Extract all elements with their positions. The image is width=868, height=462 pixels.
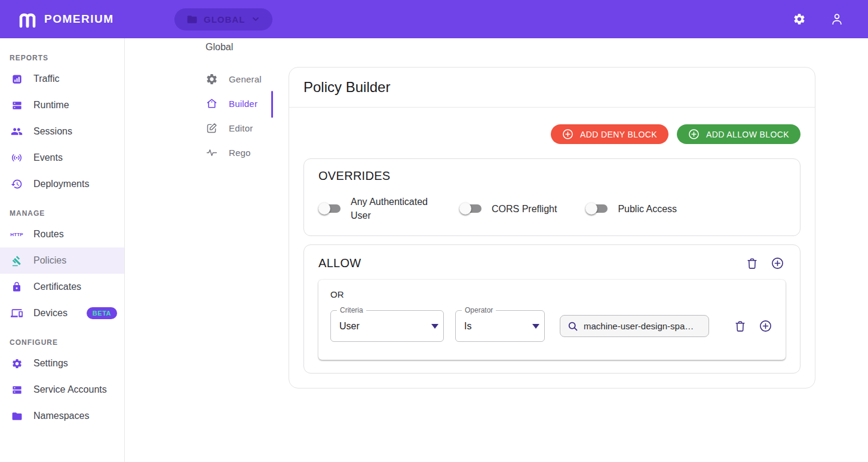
plus-circle-icon xyxy=(759,319,772,333)
operator-select[interactable]: Operator Is xyxy=(455,310,545,342)
tab-builder[interactable]: Builder xyxy=(206,91,273,116)
tab-rego[interactable]: Rego xyxy=(206,140,273,165)
history-icon xyxy=(10,178,24,190)
pomerium-bridge-icon xyxy=(17,10,38,29)
criteria-select-label: Criteria xyxy=(337,306,366,314)
sidebar-item-devices[interactable]: Devices BETA xyxy=(0,300,124,326)
sidebar-item-label: Routes xyxy=(33,229,64,240)
or-criteria-group: OR Criteria User Operator Is xyxy=(318,280,786,360)
gavel-icon xyxy=(10,255,24,267)
sidebar-item-label: Events xyxy=(33,152,63,163)
sidebar-item-label: Settings xyxy=(33,358,68,369)
sidebar-item-label: Runtime xyxy=(33,100,69,111)
server-icon xyxy=(10,384,24,396)
button-label: ADD DENY BLOCK xyxy=(580,130,657,139)
tab-label: Rego xyxy=(229,148,251,158)
plus-circle-icon xyxy=(771,256,784,270)
lock-icon xyxy=(10,282,24,292)
people-icon xyxy=(10,126,24,137)
tab-editor[interactable]: Editor xyxy=(206,116,273,140)
gear-icon xyxy=(10,358,24,369)
tab-general[interactable]: General xyxy=(206,67,273,91)
override-public-access: Public Access xyxy=(585,202,677,216)
namespace-selector[interactable]: GLOBAL xyxy=(174,8,272,30)
sidebar-item-events[interactable]: Events xyxy=(0,145,124,171)
add-criteria-group-button[interactable] xyxy=(769,255,786,271)
sidebar-section-manage: MANAGE xyxy=(0,197,124,221)
add-allow-block-button[interactable]: ADD ALLOW BLOCK xyxy=(677,124,800,144)
cors-preflight-toggle[interactable] xyxy=(459,202,483,215)
trash-icon xyxy=(734,320,747,333)
criteria-value-input[interactable]: machine-user-design-spa… xyxy=(560,315,709,337)
sidebar-item-label: Service Accounts xyxy=(33,384,107,395)
sidebar-item-label: Sessions xyxy=(33,126,72,137)
header-settings-button[interactable] xyxy=(793,13,806,26)
chevron-down-icon xyxy=(251,14,260,24)
criteria-select[interactable]: Criteria User xyxy=(330,310,444,342)
gear-icon xyxy=(793,13,806,26)
any-authenticated-user-toggle[interactable] xyxy=(318,202,342,215)
sidebar-item-label: Deployments xyxy=(33,179,89,189)
plus-circle-icon xyxy=(688,128,700,140)
policy-tabs: General Builder Editor Rego xyxy=(206,67,273,388)
beta-badge: BETA xyxy=(87,307,117,319)
page-subtitle: Global xyxy=(206,42,868,53)
waveform-icon xyxy=(206,146,218,159)
sidebar-item-policies[interactable]: Policies xyxy=(0,247,124,274)
delete-allow-block-button[interactable] xyxy=(744,256,760,271)
plus-circle-icon xyxy=(562,128,573,140)
policy-builder-card: Policy Builder ADD DENY BLOCK ADD ALLO xyxy=(289,67,815,388)
folder-icon xyxy=(186,14,198,25)
active-tab-indicator xyxy=(271,91,273,118)
allow-block: ALLOW xyxy=(303,244,800,374)
delete-criteria-row-button[interactable] xyxy=(732,319,748,334)
card-title: Policy Builder xyxy=(303,79,800,96)
brand-name: POMERIUM xyxy=(44,13,114,26)
bar-chart-icon xyxy=(10,74,24,85)
server-icon xyxy=(10,100,24,111)
header-account-button[interactable] xyxy=(830,12,844,26)
switch-thumb xyxy=(585,203,597,215)
operator-select-label: Operator xyxy=(462,306,496,314)
sidebar-item-settings[interactable]: Settings xyxy=(0,350,124,377)
sidebar-item-sessions[interactable]: Sessions xyxy=(0,118,124,145)
home-icon xyxy=(206,97,218,110)
add-deny-block-button[interactable]: ADD DENY BLOCK xyxy=(551,124,668,144)
tab-label: Builder xyxy=(229,99,257,109)
operator-select-value: Is xyxy=(464,321,471,332)
gear-icon xyxy=(206,73,218,85)
namespace-label: GLOBAL xyxy=(204,14,245,25)
sidebar-item-traffic[interactable]: Traffic xyxy=(0,66,124,92)
search-icon xyxy=(568,321,578,332)
add-criteria-row-button[interactable] xyxy=(757,318,774,334)
switch-thumb xyxy=(459,203,471,215)
allow-title: ALLOW xyxy=(318,256,361,270)
button-label: ADD ALLOW BLOCK xyxy=(706,130,789,139)
criteria-select-value: User xyxy=(339,321,360,332)
sidebar-section-configure: CONFIGURE xyxy=(0,326,124,350)
sidebar-item-label: Traffic xyxy=(33,74,60,84)
sidebar-item-runtime[interactable]: Runtime xyxy=(0,92,124,118)
overrides-title: OVERRIDES xyxy=(318,169,786,183)
combinator-label: OR xyxy=(330,289,774,299)
sidebar-item-label: Certificates xyxy=(33,282,81,292)
sidebar-item-namespaces[interactable]: Namespaces xyxy=(0,403,124,429)
sidebar-item-label: Devices xyxy=(33,308,68,319)
pomerium-logo[interactable]: POMERIUM xyxy=(0,10,174,29)
sidebar-item-routes[interactable]: HTTP Routes xyxy=(0,221,124,247)
sidebar-item-service-accounts[interactable]: Service Accounts xyxy=(0,377,124,403)
folder-icon xyxy=(10,411,24,422)
edit-icon xyxy=(206,122,218,134)
toggle-label: Any Authenticated User xyxy=(351,195,431,222)
main-content: Create Policy Global General Builder E xyxy=(125,0,868,388)
chevron-down-icon xyxy=(431,324,438,329)
override-cors-preflight: CORS Preflight xyxy=(459,202,557,216)
overrides-block: OVERRIDES Any Authenticated User xyxy=(303,158,800,236)
trash-icon xyxy=(746,257,759,270)
public-access-toggle[interactable] xyxy=(585,202,609,215)
sidebar-item-certificates[interactable]: Certificates xyxy=(0,274,124,300)
tab-label: General xyxy=(229,74,262,84)
sidebar: REPORTS Traffic Runtime Sessions Events … xyxy=(0,38,125,462)
sidebar-item-deployments[interactable]: Deployments xyxy=(0,171,124,197)
devices-icon xyxy=(10,307,24,319)
